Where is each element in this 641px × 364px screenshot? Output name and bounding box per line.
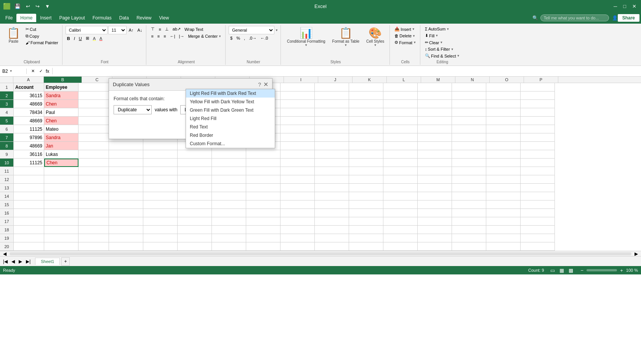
cell-c15[interactable] [79,200,109,209]
cell-n2[interactable] [452,91,486,100]
orientation-button[interactable]: ab↗ [171,26,182,32]
cell-g17[interactable] [212,217,246,226]
cell-g9[interactable] [212,150,246,159]
cell-m8[interactable] [418,142,452,150]
cell-j9[interactable] [315,150,349,159]
add-sheet-button[interactable]: + [61,257,70,266]
align-right-button[interactable]: ≡ [162,33,167,39]
cell-i11[interactable] [280,167,315,175]
cell-a13[interactable] [14,184,44,192]
align-left-button[interactable]: ≡ [149,33,155,39]
format-dropdown-list[interactable]: Light Red Fill with Dark Red Text Yellow… [186,89,275,148]
sheet1-tab[interactable]: Sheet1 [35,258,60,265]
cell-k10[interactable] [349,159,383,167]
cell-c4[interactable] [79,108,109,117]
page-break-button[interactable]: ▩ [567,267,575,274]
cell-j20[interactable] [315,242,349,251]
cell-i15[interactable] [280,200,315,209]
cell-a4[interactable]: 78434 [14,108,44,117]
col-header-i[interactable]: I [284,77,318,83]
cell-m9[interactable] [418,150,452,159]
cell-n12[interactable] [452,175,486,184]
cell-a1[interactable]: Account [14,83,44,91]
dropdown-item-5[interactable]: Red Border [186,131,275,140]
menu-insert[interactable]: Insert [36,14,55,22]
minimize-button[interactable]: ─ [612,3,619,10]
cell-k13[interactable] [349,184,383,192]
cell-n10[interactable] [452,159,486,167]
cell-f9[interactable] [178,150,212,159]
font-color-button[interactable]: A [98,35,104,42]
cell-c18[interactable] [79,226,109,234]
cell-d8[interactable] [109,142,143,150]
cell-d16[interactable] [109,209,143,217]
formula-input[interactable] [53,69,641,74]
dialog-close-button[interactable]: ✕ [263,81,268,88]
cell-g10[interactable] [212,159,246,167]
dropdown-item-2[interactable]: Green Fill with Dark Green Text [186,106,275,114]
menu-formulas[interactable]: Formulas [89,14,115,22]
increase-decimal-button[interactable]: .0→ [247,35,258,41]
align-middle-button[interactable]: ≡ [157,26,162,32]
cell-l9[interactable] [383,150,418,159]
cell-i6[interactable] [280,125,315,133]
decrease-indent-button[interactable]: ←| [168,33,177,39]
row-header-6[interactable]: 6 [0,125,13,133]
clear-button[interactable]: ✏ Clear ▼ [423,39,461,46]
col-header-n[interactable]: N [455,77,490,83]
cell-styles-button[interactable]: 🎨 Cell Styles ▼ [363,26,387,48]
row-header-13[interactable]: 13 [0,184,13,192]
cell-m12[interactable] [418,175,452,184]
cell-n9[interactable] [452,150,486,159]
cell-m1[interactable] [418,83,452,91]
cell-d12[interactable] [109,175,143,184]
cell-h9[interactable] [246,150,280,159]
cell-b16[interactable] [44,209,79,217]
cell-n6[interactable] [452,125,486,133]
cell-n8[interactable] [452,142,486,150]
cell-l3[interactable] [383,100,418,108]
paste-button[interactable]: 📋 Paste [4,26,23,45]
cell-k16[interactable] [349,209,383,217]
cell-b11[interactable] [44,167,79,175]
cell-n14[interactable] [452,192,486,200]
cell-e9[interactable] [143,150,178,159]
cell-o17[interactable] [486,217,521,226]
cell-o13[interactable] [486,184,521,192]
cell-c20[interactable] [79,242,109,251]
cell-c3[interactable] [79,100,109,108]
cell-f17[interactable] [178,217,212,226]
cell-a20[interactable] [14,242,44,251]
save-button[interactable]: 💾 [13,3,22,10]
zoom-out-button[interactable]: − [579,267,585,274]
cell-l19[interactable] [383,234,418,242]
cell-n15[interactable] [452,200,486,209]
cell-f20[interactable] [178,242,212,251]
cell-i18[interactable] [280,226,315,234]
cell-l1[interactable] [383,83,418,91]
cell-p10[interactable] [521,159,555,167]
cell-a8[interactable]: 48669 [14,142,44,150]
cell-k6[interactable] [349,125,383,133]
cell-o12[interactable] [486,175,521,184]
cell-l10[interactable] [383,159,418,167]
cell-c2[interactable] [79,91,109,100]
cell-j15[interactable] [315,200,349,209]
tab-next-button[interactable]: ▶ [17,258,24,265]
cell-h10[interactable] [246,159,280,167]
row-header-10[interactable]: 10 [0,159,13,167]
cell-b13[interactable] [44,184,79,192]
cell-n3[interactable] [452,100,486,108]
cell-j13[interactable] [315,184,349,192]
cell-d15[interactable] [109,200,143,209]
cell-n7[interactable] [452,133,486,142]
cell-l15[interactable] [383,200,418,209]
cell-i16[interactable] [280,209,315,217]
cell-n1[interactable] [452,83,486,91]
cell-m3[interactable] [418,100,452,108]
cell-b1[interactable]: Employee [44,83,79,91]
cell-b5[interactable]: Chen [44,117,79,125]
menu-page-layout[interactable]: Page Layout [55,14,88,22]
cell-h17[interactable] [246,217,280,226]
cell-a19[interactable] [14,234,44,242]
